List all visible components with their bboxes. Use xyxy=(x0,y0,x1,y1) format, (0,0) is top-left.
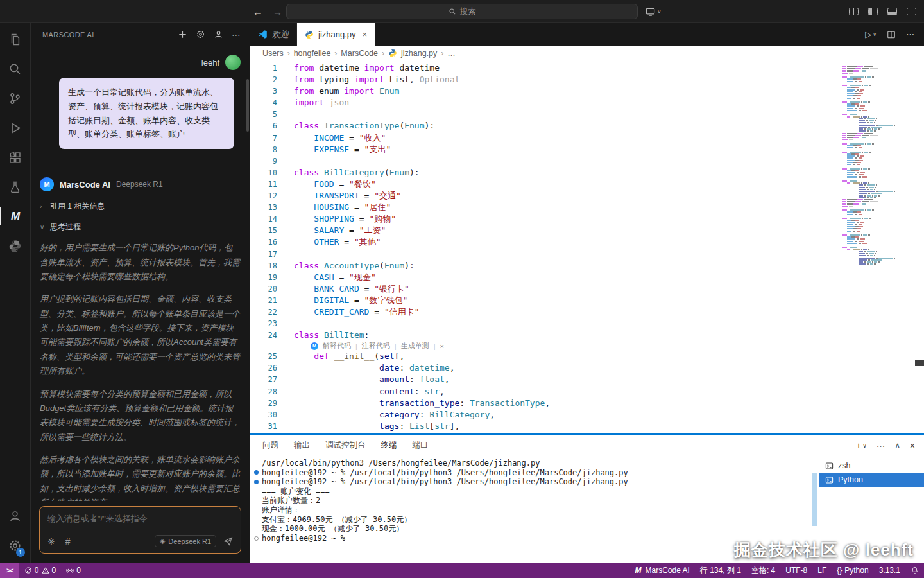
warning-count: 0 xyxy=(52,566,56,575)
inline-action[interactable]: 生成单测 xyxy=(401,341,429,351)
profile-icon[interactable] xyxy=(214,30,223,39)
close-panel-icon[interactable]: × xyxy=(910,441,915,451)
workbench: M 1 MARSCODE AI ⋯ xyxy=(0,23,924,563)
tab-欢迎[interactable]: 欢迎 xyxy=(250,23,297,46)
model-selector[interactable]: ◈ Deepseek R1 xyxy=(155,535,216,547)
terminal-line: hongfeilee@192 ~ % /usr/local/bin/python… xyxy=(250,468,819,478)
breadcrumb-item[interactable]: … xyxy=(447,49,456,58)
ports-status[interactable]: 0 xyxy=(61,563,86,578)
toggle-secondary-sidebar-icon[interactable] xyxy=(907,8,916,15)
send-icon[interactable] xyxy=(223,536,233,546)
line-number: 22 xyxy=(250,306,277,318)
code-line: 22 CREDIT_CARD = "信用卡" xyxy=(250,306,839,318)
terminal-line: hongfeilee@192 ~ % /usr/local/bin/python… xyxy=(250,477,819,487)
braces-icon: {} xyxy=(837,566,842,575)
breadcrumb-item[interactable]: MarsCode xyxy=(341,49,378,58)
title-bar: ← → 搜索 ∨ xyxy=(0,0,924,23)
back-icon[interactable]: ← xyxy=(253,6,262,17)
account-icon[interactable] xyxy=(0,501,31,530)
panel-more-icon[interactable]: ⋯ xyxy=(877,441,886,451)
skills-icon[interactable]: ※ xyxy=(47,536,55,547)
breadcrumb-item[interactable]: hongfeilee xyxy=(294,49,331,58)
search-icon[interactable] xyxy=(0,54,31,83)
user-avatar[interactable] xyxy=(225,55,241,70)
terminal-instance-Python[interactable]: Python xyxy=(819,473,924,487)
line-number: 29 xyxy=(250,398,277,409)
activity-bar: M 1 xyxy=(0,23,31,563)
remote-window-button[interactable]: ∨ xyxy=(646,0,662,23)
language-mode[interactable]: {}Python xyxy=(832,563,873,578)
breadcrumb-item[interactable]: Users xyxy=(262,49,284,58)
scrollbar-marker[interactable] xyxy=(915,360,924,366)
run-debug-icon[interactable] xyxy=(0,113,31,143)
problems-status[interactable]: 0 0 xyxy=(19,563,61,578)
split-editor-icon[interactable] xyxy=(887,30,896,39)
line-number: 3 xyxy=(250,85,277,97)
command-center-search[interactable]: 搜索 xyxy=(286,4,638,19)
chat-history: leehf 生成一个日常记账代码，分为账单流水、资产、预算、统计报表模块，记账内… xyxy=(31,46,250,501)
code-line: 29 transaction_type: TransactionType, xyxy=(250,398,839,409)
line-number: 7 xyxy=(250,132,277,144)
line-number: 31 xyxy=(250,421,277,432)
tab-jizhang.py[interactable]: jizhang.py× xyxy=(297,23,375,46)
minimap[interactable] xyxy=(842,66,914,266)
marscode-status[interactable]: MMarsCode AI xyxy=(629,563,694,578)
terminal-instance-zsh[interactable]: zsh xyxy=(819,459,924,473)
terminal-scrollbar[interactable] xyxy=(812,473,817,526)
breadcrumb-item[interactable]: jizhang.py xyxy=(401,49,437,58)
breadcrumb-separator: › xyxy=(334,49,337,58)
explorer-icon[interactable] xyxy=(0,24,31,54)
remote-indicator[interactable]: >< xyxy=(0,563,19,578)
extensions-icon[interactable] xyxy=(0,143,31,172)
command-decoration-icon[interactable] xyxy=(254,470,259,475)
more-actions-icon[interactable]: ⋯ xyxy=(232,30,241,40)
line-number: 27 xyxy=(250,374,277,385)
python-extension-icon[interactable] xyxy=(0,231,31,261)
python-version[interactable]: 3.13.1 xyxy=(874,563,905,578)
run-python-file-icon[interactable]: ▷∨ xyxy=(865,30,877,39)
code-line: 12 TRANSPORT = "交通" xyxy=(250,190,839,202)
command-decoration-icon[interactable] xyxy=(254,480,259,484)
new-chat-icon[interactable] xyxy=(178,30,187,39)
more-actions-icon[interactable]: ⋯ xyxy=(906,30,914,39)
eol-status[interactable]: LF xyxy=(812,563,832,578)
close-icon[interactable]: × xyxy=(363,30,368,39)
panel-tab-端口[interactable]: 端口 xyxy=(413,435,429,455)
chat-input-box[interactable]: 输入消息或者"/"来选择指令 ※ # ◈ Deepseek R1 xyxy=(39,506,241,554)
forward-icon[interactable]: → xyxy=(273,6,282,17)
context-hash-icon[interactable]: # xyxy=(65,536,71,547)
panel-tab-终端[interactable]: 终端 xyxy=(381,435,397,455)
settings-gear-icon[interactable]: 1 xyxy=(0,530,31,560)
toggle-sidebar-icon[interactable] xyxy=(868,8,878,15)
cursor-position[interactable]: 行 134, 列 1 xyxy=(695,563,746,578)
marscode-ai-icon[interactable]: M xyxy=(0,202,31,231)
code-line: 3from enum import Enum xyxy=(250,85,839,97)
customize-layout-icon[interactable] xyxy=(849,8,859,15)
indent-status[interactable]: 空格: 4 xyxy=(746,563,780,578)
panel-tab-调试控制台[interactable]: 调试控制台 xyxy=(325,435,366,455)
inline-action[interactable]: 注释代码 xyxy=(362,341,390,351)
terminal-line: 当前账户数量：2 xyxy=(250,496,819,505)
inline-close-icon[interactable]: × xyxy=(440,342,444,350)
sidebar-scrollbar[interactable] xyxy=(246,79,249,132)
inline-action[interactable]: 解释代码 xyxy=(323,341,351,351)
panel-tab-输出[interactable]: 输出 xyxy=(294,435,310,455)
code-line: 28 content: str, xyxy=(250,386,839,398)
line-number: 28 xyxy=(250,386,277,398)
source-control-icon[interactable] xyxy=(0,83,31,113)
code-line: 14 SHOPPING = "购物" xyxy=(250,213,839,225)
thinking-toggle[interactable]: ∨ 思考过程 xyxy=(40,222,241,232)
panel-tab-问题[interactable]: 问题 xyxy=(262,435,278,455)
chat-settings-icon[interactable] xyxy=(196,30,205,39)
code-line: 21 DIGITAL = "数字钱包" xyxy=(250,295,839,306)
testing-icon[interactable] xyxy=(0,172,31,202)
code-editor[interactable]: 1from datetime import datetime2from typi… xyxy=(250,61,924,434)
encoding-status[interactable]: UTF-8 xyxy=(780,563,812,578)
settings-badge: 1 xyxy=(16,548,25,557)
notifications-bell-icon[interactable] xyxy=(905,563,924,578)
new-terminal-icon[interactable]: +∨ xyxy=(856,441,867,451)
references-toggle[interactable]: › 引用 1 相关信息 xyxy=(40,201,241,212)
toggle-panel-icon[interactable] xyxy=(887,8,897,15)
command-decoration-icon[interactable] xyxy=(254,536,259,541)
maximize-panel-icon[interactable]: ∧ xyxy=(895,441,900,450)
